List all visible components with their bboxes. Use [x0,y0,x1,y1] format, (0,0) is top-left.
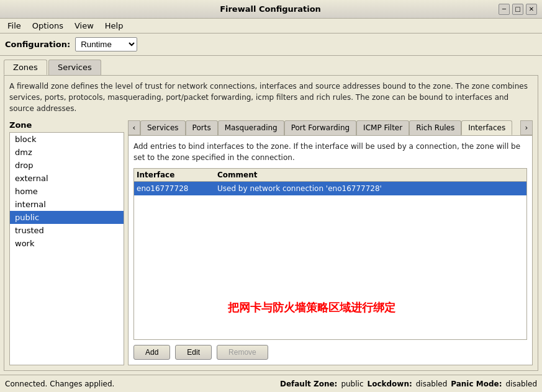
configuration-select[interactable]: Runtime Permanent [75,37,137,51]
zone-list: block dmz drop external home internal pu… [9,132,124,365]
zone-item-dmz[interactable]: dmz [10,146,124,159]
config-label: Configuration: [5,40,70,49]
content-area: A firewalld zone defines the level of tr… [4,75,538,371]
zone-item-external[interactable]: external [10,172,124,185]
zone-item-work[interactable]: work [10,237,124,250]
td-comment: Used by network connection 'eno16777728' [217,184,524,193]
lockdown-value: disabled [416,380,448,388]
inner-tabs-wrapper: ‹ Services Ports Masquerading Port Forwa… [128,120,533,136]
titlebar-buttons: − □ ✕ [499,4,537,15]
default-zone-value: public [341,380,363,388]
minimize-button[interactable]: − [499,4,510,15]
panic-mode-label: Panic Mode: [451,380,502,388]
tab-services[interactable]: Services [48,60,101,75]
tab-inner-icmp-filter[interactable]: ICMP Filter [356,120,409,135]
menu-file[interactable]: File [2,20,26,32]
scroll-left-button[interactable]: ‹ [128,120,140,135]
right-content: Add entries to bind interfaces to the zo… [128,136,533,365]
menu-view[interactable]: View [70,20,99,32]
menu-help[interactable]: Help [100,20,129,32]
toolbar: Configuration: Runtime Permanent [0,33,542,56]
th-comment: Comment [217,171,524,179]
zone-item-block[interactable]: block [10,133,124,146]
menubar: File Options View Help [0,19,542,33]
zone-list-label: Zone [9,120,124,130]
main-content: Zones Services A firewalld zone defines … [0,56,542,375]
interface-table: Interface Comment eno16777728 Used by ne… [133,168,527,340]
td-interface: eno16777728 [137,184,217,193]
tab-zones[interactable]: Zones [4,60,47,75]
titlebar: Firewall Configuration − □ ✕ [0,0,542,19]
zone-item-drop[interactable]: drop [10,159,124,172]
interface-description: Add entries to bind interfaces to the zo… [133,141,527,163]
window-title: Firewall Configuration [42,4,499,14]
status-left: Connected. Changes applied. [5,380,278,388]
zone-panel: Zone block dmz drop external home intern… [9,120,533,365]
tab-inner-port-forwarding[interactable]: Port Forwarding [284,120,356,135]
edit-button[interactable]: Edit [175,345,212,360]
tab-inner-ports[interactable]: Ports [186,120,218,135]
scroll-right-button[interactable]: › [520,120,533,135]
button-row: Add Edit Remove [133,345,527,360]
right-panel: ‹ Services Ports Masquerading Port Forwa… [128,120,533,365]
add-button[interactable]: Add [133,345,170,360]
remove-button[interactable]: Remove [217,345,268,360]
tab-inner-interfaces[interactable]: Interfaces [461,120,512,135]
default-zone-label: Default Zone: [280,380,337,388]
tab-inner-masquerading[interactable]: Masquerading [218,120,284,135]
lockdown-label: Lockdown: [367,380,412,388]
top-tabs: Zones Services [4,60,538,75]
maximize-button[interactable]: □ [512,4,523,15]
menu-options[interactable]: Options [27,20,68,32]
zone-item-trusted[interactable]: trusted [10,224,124,237]
table-row[interactable]: eno16777728 Used by network connection '… [134,182,526,195]
th-interface: Interface [137,171,217,179]
zone-item-home[interactable]: home [10,185,124,198]
zone-list-container: Zone block dmz drop external home intern… [9,120,124,365]
description-text: A firewalld zone defines the level of tr… [9,81,533,114]
tab-inner-rich-rules[interactable]: Rich Rules [409,120,461,135]
table-body: eno16777728 Used by network connection '… [134,182,526,339]
close-button[interactable]: ✕ [526,4,537,15]
zone-item-public[interactable]: public [10,211,124,224]
status-right: Default Zone: public Lockdown: disabled … [280,380,537,388]
table-header: Interface Comment [134,169,526,182]
zone-item-internal[interactable]: internal [10,198,124,211]
inner-tabs: Services Ports Masquerading Port Forward… [140,120,520,135]
statusbar: Connected. Changes applied. Default Zone… [0,375,542,392]
panic-mode-value: disabled [505,380,537,388]
tab-inner-services[interactable]: Services [140,120,186,135]
